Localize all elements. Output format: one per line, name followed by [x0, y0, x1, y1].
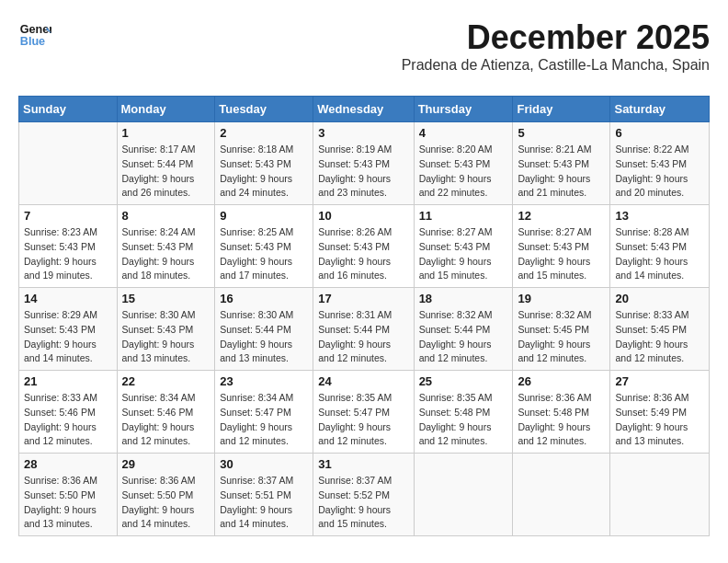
weekday-header-row: SundayMondayTuesdayWednesdayThursdayFrid… [19, 97, 710, 122]
weekday-header-tuesday: Tuesday [215, 97, 313, 122]
day-info: Sunrise: 8:34 AMSunset: 5:47 PMDaylight:… [220, 391, 308, 449]
calendar-cell [610, 454, 710, 536]
calendar-cell: 1Sunrise: 8:17 AMSunset: 5:44 PMDaylight… [117, 122, 215, 205]
day-info: Sunrise: 8:24 AMSunset: 5:43 PMDaylight:… [122, 225, 210, 283]
weekday-header-saturday: Saturday [610, 97, 710, 122]
logo: General Blue General Blue [18, 18, 55, 52]
calendar-cell [19, 122, 118, 205]
day-number: 14 [24, 292, 112, 305]
day-number: 8 [122, 209, 210, 223]
day-number: 24 [318, 374, 408, 388]
calendar-cell: 16Sunrise: 8:30 AMSunset: 5:44 PMDayligh… [215, 288, 313, 371]
weekday-header-friday: Friday [513, 97, 610, 122]
calendar-cell: 11Sunrise: 8:27 AMSunset: 5:43 PMDayligh… [414, 205, 513, 288]
calendar-week-row: 7Sunrise: 8:23 AMSunset: 5:43 PMDaylight… [19, 205, 710, 288]
day-info: Sunrise: 8:37 AMSunset: 5:51 PMDaylight:… [220, 474, 308, 532]
day-info: Sunrise: 8:32 AMSunset: 5:45 PMDaylight:… [518, 308, 605, 366]
day-number: 6 [615, 126, 704, 140]
day-number: 26 [518, 374, 605, 388]
day-number: 5 [518, 126, 605, 140]
weekday-header-monday: Monday [117, 97, 215, 122]
calendar-week-row: 14Sunrise: 8:29 AMSunset: 5:43 PMDayligh… [19, 288, 710, 371]
day-number: 18 [419, 292, 508, 305]
day-number: 11 [419, 209, 508, 223]
day-number: 17 [318, 292, 408, 305]
day-info: Sunrise: 8:18 AMSunset: 5:43 PMDaylight:… [220, 143, 308, 201]
day-info: Sunrise: 8:36 AMSunset: 5:48 PMDaylight:… [518, 391, 605, 449]
day-info: Sunrise: 8:26 AMSunset: 5:43 PMDaylight:… [318, 225, 408, 283]
day-info: Sunrise: 8:36 AMSunset: 5:49 PMDaylight:… [615, 391, 704, 449]
weekday-header-sunday: Sunday [19, 97, 118, 122]
day-info: Sunrise: 8:22 AMSunset: 5:43 PMDaylight:… [615, 143, 704, 201]
calendar-cell: 9Sunrise: 8:25 AMSunset: 5:43 PMDaylight… [215, 205, 313, 288]
month-title: December 2025 [402, 18, 710, 57]
generalblue-icon: General Blue [18, 18, 51, 52]
day-number: 22 [122, 374, 210, 388]
day-number: 31 [318, 457, 408, 471]
calendar-cell [414, 454, 513, 536]
day-info: Sunrise: 8:36 AMSunset: 5:50 PMDaylight:… [24, 474, 112, 532]
day-number: 28 [24, 457, 112, 471]
calendar-cell: 19Sunrise: 8:32 AMSunset: 5:45 PMDayligh… [513, 288, 610, 371]
day-info: Sunrise: 8:33 AMSunset: 5:45 PMDaylight:… [615, 308, 704, 366]
day-info: Sunrise: 8:30 AMSunset: 5:43 PMDaylight:… [122, 308, 210, 366]
svg-text:Blue: Blue [20, 35, 45, 48]
day-info: Sunrise: 8:19 AMSunset: 5:43 PMDaylight:… [318, 143, 408, 201]
calendar-cell: 26Sunrise: 8:36 AMSunset: 5:48 PMDayligh… [513, 371, 610, 454]
day-number: 1 [122, 126, 210, 140]
day-info: Sunrise: 8:34 AMSunset: 5:46 PMDaylight:… [122, 391, 210, 449]
calendar-cell: 29Sunrise: 8:36 AMSunset: 5:50 PMDayligh… [117, 454, 215, 536]
weekday-header-wednesday: Wednesday [313, 97, 414, 122]
calendar-week-row: 28Sunrise: 8:36 AMSunset: 5:50 PMDayligh… [19, 454, 710, 536]
day-info: Sunrise: 8:35 AMSunset: 5:47 PMDaylight:… [318, 391, 408, 449]
day-info: Sunrise: 8:36 AMSunset: 5:50 PMDaylight:… [122, 474, 210, 532]
calendar-cell: 21Sunrise: 8:33 AMSunset: 5:46 PMDayligh… [19, 371, 118, 454]
calendar-cell: 18Sunrise: 8:32 AMSunset: 5:44 PMDayligh… [414, 288, 513, 371]
calendar-cell: 30Sunrise: 8:37 AMSunset: 5:51 PMDayligh… [215, 454, 313, 536]
day-number: 10 [318, 209, 408, 223]
day-number: 7 [24, 209, 112, 223]
day-info: Sunrise: 8:30 AMSunset: 5:44 PMDaylight:… [220, 308, 308, 366]
calendar-cell: 7Sunrise: 8:23 AMSunset: 5:43 PMDaylight… [19, 205, 118, 288]
day-number: 29 [122, 457, 210, 471]
day-number: 4 [419, 126, 508, 140]
calendar-cell: 28Sunrise: 8:36 AMSunset: 5:50 PMDayligh… [19, 454, 118, 536]
calendar-cell: 10Sunrise: 8:26 AMSunset: 5:43 PMDayligh… [313, 205, 414, 288]
calendar-cell: 17Sunrise: 8:31 AMSunset: 5:44 PMDayligh… [313, 288, 414, 371]
calendar-cell: 14Sunrise: 8:29 AMSunset: 5:43 PMDayligh… [19, 288, 118, 371]
day-number: 25 [419, 374, 508, 388]
top-bar: General Blue General Blue December 2025 … [18, 18, 710, 88]
weekday-header-thursday: Thursday [414, 97, 513, 122]
calendar-cell: 25Sunrise: 8:35 AMSunset: 5:48 PMDayligh… [414, 371, 513, 454]
day-number: 12 [518, 209, 605, 223]
calendar-cell: 15Sunrise: 8:30 AMSunset: 5:43 PMDayligh… [117, 288, 215, 371]
day-number: 9 [220, 209, 308, 223]
day-info: Sunrise: 8:17 AMSunset: 5:44 PMDaylight:… [122, 143, 210, 201]
location-title: Pradena de Atienza, Castille-La Mancha, … [402, 57, 710, 74]
calendar-week-row: 1Sunrise: 8:17 AMSunset: 5:44 PMDaylight… [19, 122, 710, 205]
calendar-cell: 24Sunrise: 8:35 AMSunset: 5:47 PMDayligh… [313, 371, 414, 454]
day-number: 15 [122, 292, 210, 305]
calendar-week-row: 21Sunrise: 8:33 AMSunset: 5:46 PMDayligh… [19, 371, 710, 454]
day-number: 20 [615, 292, 704, 305]
calendar-cell: 3Sunrise: 8:19 AMSunset: 5:43 PMDaylight… [313, 122, 414, 205]
day-number: 27 [615, 374, 704, 388]
calendar-cell: 6Sunrise: 8:22 AMSunset: 5:43 PMDaylight… [610, 122, 710, 205]
calendar-cell: 23Sunrise: 8:34 AMSunset: 5:47 PMDayligh… [215, 371, 313, 454]
day-info: Sunrise: 8:32 AMSunset: 5:44 PMDaylight:… [419, 308, 508, 366]
day-number: 21 [24, 374, 112, 388]
day-info: Sunrise: 8:23 AMSunset: 5:43 PMDaylight:… [24, 225, 112, 283]
calendar-cell: 12Sunrise: 8:27 AMSunset: 5:43 PMDayligh… [513, 205, 610, 288]
day-number: 23 [220, 374, 308, 388]
calendar-table: SundayMondayTuesdayWednesdayThursdayFrid… [18, 96, 710, 536]
calendar-cell [513, 454, 610, 536]
calendar-cell: 2Sunrise: 8:18 AMSunset: 5:43 PMDaylight… [215, 122, 313, 205]
calendar-cell: 4Sunrise: 8:20 AMSunset: 5:43 PMDaylight… [414, 122, 513, 205]
day-info: Sunrise: 8:27 AMSunset: 5:43 PMDaylight:… [518, 225, 605, 283]
day-number: 3 [318, 126, 408, 140]
day-info: Sunrise: 8:31 AMSunset: 5:44 PMDaylight:… [318, 308, 408, 366]
day-number: 30 [220, 457, 308, 471]
day-info: Sunrise: 8:29 AMSunset: 5:43 PMDaylight:… [24, 308, 112, 366]
day-info: Sunrise: 8:20 AMSunset: 5:43 PMDaylight:… [419, 143, 508, 201]
calendar-cell: 20Sunrise: 8:33 AMSunset: 5:45 PMDayligh… [610, 288, 710, 371]
